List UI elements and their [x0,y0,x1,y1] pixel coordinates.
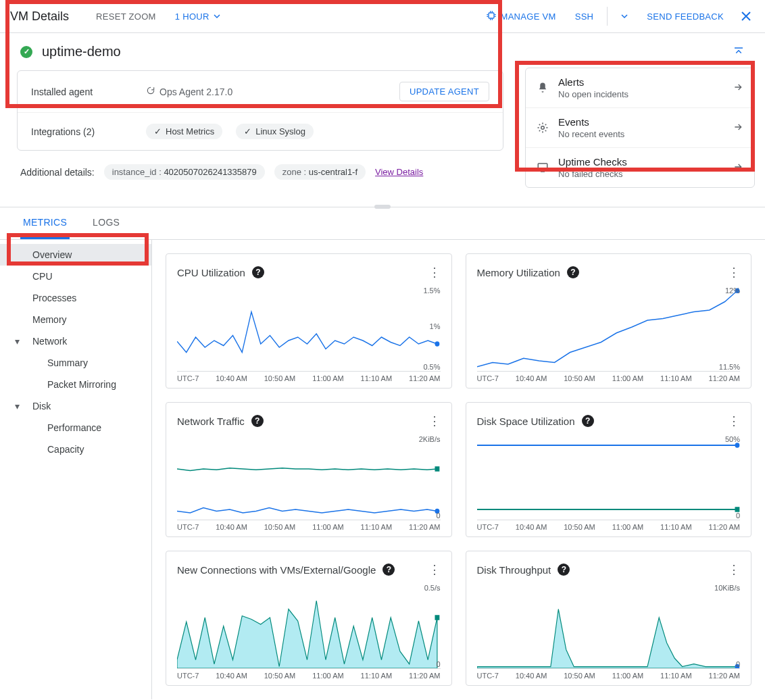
reset-zoom-button[interactable]: RESET ZOOM [91,9,162,24]
y-axis-min: 0.5% [423,363,440,371]
sidenav-processes[interactable]: Processes [0,287,151,309]
chart-menu-button[interactable]: ⋮ [428,414,441,428]
x-axis-ticks: UTC-710:40 AM10:50 AM11:00 AM11:10 AM11:… [477,668,741,680]
y-axis-min: 0 [436,660,440,668]
chart-plot[interactable]: 10KiB/s 0 [477,584,741,668]
help-icon[interactable]: ? [567,266,579,278]
uptime-checks-item[interactable]: Uptime Checks No failed checks [526,148,754,187]
zone-key: zone [282,167,301,177]
charts-grid: CPU Utilization ? ⋮ 1.5% 1% 0.5% UTC-710… [152,240,765,699]
help-icon[interactable]: ? [382,564,395,576]
collapse-toggle[interactable] [733,46,745,58]
arrow-right-icon [733,122,743,134]
tabs-row: METRICS LOGS [0,207,765,240]
help-icon[interactable]: ? [252,266,264,278]
integration-chip-label: Host Metrics [166,126,214,136]
cpu-chip-icon [486,10,497,23]
integration-chip-label: Linux Syslog [255,126,305,136]
chevron-down-icon: ▾ [15,401,20,411]
drag-handle-icon [374,205,391,209]
refresh-icon [146,86,155,97]
ssh-button[interactable]: SSH [570,9,599,24]
manage-vm-button[interactable]: MANAGE VM [480,7,562,26]
vm-name: uptime-demo [42,44,121,59]
zone-value: us-central1-f [309,167,357,177]
help-icon[interactable]: ? [558,564,570,576]
chart-memory-utilization: Memory Utilization ? ⋮ 12% 11.5% UTC-710… [466,253,752,389]
sidenav-disk-capacity[interactable]: Capacity [0,439,151,460]
chart-menu-button[interactable]: ⋮ [428,562,441,577]
tab-logs[interactable]: LOGS [90,207,122,239]
chart-menu-button[interactable]: ⋮ [728,562,740,577]
sidenav-network[interactable]: ▾ Network [0,330,151,352]
sidenav-network-packet-mirroring[interactable]: Packet Mirroring [0,374,151,395]
chart-menu-button[interactable]: ⋮ [428,265,441,280]
time-range-label: 1 HOUR [175,11,209,22]
arrow-right-icon [733,161,743,174]
svg-rect-12 [435,615,439,620]
update-agent-button[interactable]: UPDATE AGENT [399,82,489,101]
chart-menu-button[interactable]: ⋮ [728,414,740,428]
events-subtitle: No recent events [558,129,723,139]
chart-title: New Connections with VMs/External/Google [177,564,376,576]
y-axis-min: 11.5% [719,363,740,371]
events-item[interactable]: Events No recent events [526,108,754,148]
integration-chip-linux-syslog[interactable]: ✓ Linux Syslog [236,124,314,139]
events-title: Events [558,116,723,128]
agent-version-text: Ops Agent 2.17.0 [159,86,232,97]
chart-disk-throughput: Disk Throughput ? ⋮ 10KiB/s 0 UTC-710:40… [466,551,752,686]
help-icon[interactable]: ? [582,415,594,427]
alerts-subtitle: No open incidents [558,89,723,99]
sidenav-disk[interactable]: ▾ Disk [0,395,151,417]
time-range-selector[interactable]: 1 HOUR [170,9,226,24]
chart-title: Disk Space Utilization [477,416,575,427]
x-axis-ticks: UTC-710:40 AM10:50 AM11:00 AM11:10 AM11:… [177,371,441,382]
chart-plot[interactable]: 1.5% 1% 0.5% [177,286,441,371]
sidenav-overview[interactable]: Overview [0,244,151,266]
resize-separator[interactable] [0,207,765,207]
vm-info-panel: Installed agent Ops Agent 2.17.0 UPDATE … [17,70,503,151]
chart-new-connections: New Connections with VMs/External/Google… [166,551,452,686]
chart-cpu-utilization: CPU Utilization ? ⋮ 1.5% 1% 0.5% UTC-710… [166,253,452,389]
chart-menu-button[interactable]: ⋮ [728,265,740,280]
x-axis-ticks: UTC-710:40 AM10:50 AM11:00 AM11:10 AM11:… [477,371,741,382]
y-axis-max: 10KiB/s [714,584,740,592]
y-axis-max: 0.5/s [424,584,441,592]
vm-name-row: uptime-demo [0,33,765,70]
monitor-icon [537,161,549,174]
tab-metrics[interactable]: METRICS [20,207,70,239]
instance-id-pill: instance_id : 4020507026241335879 [104,164,265,180]
sidenav-network-summary[interactable]: Summary [0,352,151,374]
right-summary-panel: Alerts No open incidents Events No recen… [525,68,755,188]
y-axis-max: 50% [725,435,740,443]
close-button[interactable] [737,7,755,25]
help-icon[interactable]: ? [251,415,264,427]
svg-point-3 [435,341,439,347]
sidenav-disk-label: Disk [32,401,51,411]
chart-plot[interactable]: 12% 11.5% [477,286,741,371]
gear-icon [537,122,549,134]
x-axis-ticks: UTC-710:40 AM10:50 AM11:00 AM11:10 AM11:… [177,520,441,531]
integration-chip-host-metrics[interactable]: ✓ Host Metrics [146,124,222,139]
send-feedback-dropdown-toggle[interactable] [616,10,633,22]
view-details-link[interactable]: View Details [375,167,423,177]
svg-point-8 [735,443,739,448]
y-axis-max: 1.5% [423,286,440,295]
send-feedback-button[interactable]: SEND FEEDBACK [641,9,729,24]
svg-rect-5 [435,466,439,472]
header-bar: VM Details RESET ZOOM 1 HOUR MANAGE VM S… [0,0,765,33]
instance-id-key: instance_id [112,167,157,177]
y-axis-min: 0 [736,660,740,668]
integrations-row: Integrations (2) ✓ Host Metrics ✓ Linux … [18,112,503,150]
page-title: VM Details [10,9,69,24]
chevron-down-icon [214,13,220,20]
chart-plot[interactable]: 0.5/s 0 [177,584,441,668]
chart-plot[interactable]: 50% 0 [477,435,741,520]
zone-pill: zone : us-central1-f [274,164,366,180]
chart-plot[interactable]: 2KiB/s 0 [177,435,441,520]
sidenav-memory[interactable]: Memory [0,309,151,330]
svg-marker-11 [177,601,437,668]
alerts-item[interactable]: Alerts No open incidents [526,68,754,108]
sidenav-disk-performance[interactable]: Performance [0,417,151,439]
sidenav-cpu[interactable]: CPU [0,266,151,287]
